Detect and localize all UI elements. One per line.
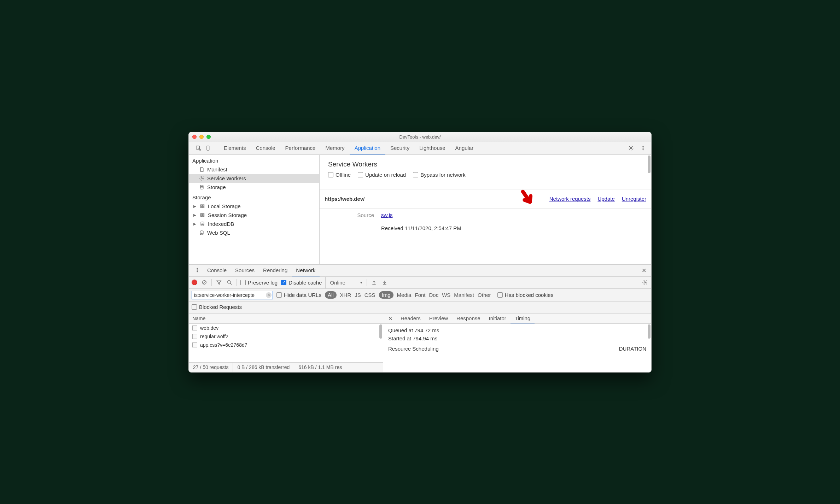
- drawer-tab-rendering[interactable]: Rendering: [259, 265, 292, 276]
- db-icon: [199, 230, 204, 235]
- source-label: Source: [325, 212, 374, 218]
- drawer-close-icon[interactable]: ✕: [640, 267, 648, 274]
- document-icon: [199, 166, 204, 172]
- sidebar-item-service-workers[interactable]: Service Workers: [189, 174, 319, 183]
- svg-point-17: [201, 222, 204, 223]
- scrollbar[interactable]: [648, 156, 651, 173]
- drawer-tab-sources[interactable]: Sources: [231, 265, 259, 276]
- has-blocked-cookies-checkbox[interactable]: Has blocked cookies: [497, 292, 554, 298]
- network-requests-link[interactable]: Network requests: [549, 196, 591, 202]
- detail-tab-initiator[interactable]: Initiator: [485, 314, 511, 323]
- grid-icon: [199, 203, 205, 209]
- sidebar-item-indexeddb[interactable]: ▶IndexedDB: [189, 219, 319, 228]
- svg-rect-11: [200, 206, 202, 207]
- tab-memory[interactable]: Memory: [320, 142, 349, 154]
- drawer-more-icon[interactable]: [192, 267, 203, 274]
- download-har-icon[interactable]: [381, 279, 388, 286]
- blocked-requests-checkbox[interactable]: Blocked Requests: [192, 304, 242, 310]
- type-filter-img[interactable]: Img: [379, 291, 393, 299]
- close-detail-icon[interactable]: ✕: [386, 315, 395, 322]
- svg-point-20: [197, 270, 198, 270]
- devtools-window: DevTools - web.dev/ ElementsConsolePerfo…: [188, 132, 652, 373]
- clear-icon[interactable]: [201, 279, 208, 286]
- offline-checkbox[interactable]: Offline: [328, 172, 351, 178]
- application-sidebar: ApplicationManifestService WorkersStorag…: [189, 155, 320, 264]
- unregister-link[interactable]: Unregister: [622, 196, 646, 202]
- inspect-element-icon[interactable]: [195, 145, 202, 151]
- hide-data-urls-checkbox[interactable]: Hide data URLs: [276, 292, 321, 298]
- type-filter-font[interactable]: Font: [415, 292, 425, 298]
- type-filter-media[interactable]: Media: [397, 292, 412, 298]
- svg-point-24: [228, 281, 231, 283]
- filter-icon[interactable]: [215, 279, 222, 286]
- sidebar-item-label: Web SQL: [207, 230, 230, 236]
- type-filter-all[interactable]: All: [325, 291, 337, 299]
- type-filter-doc[interactable]: Doc: [429, 292, 438, 298]
- device-toolbar-icon[interactable]: [205, 145, 211, 151]
- network-settings-gear-icon[interactable]: [641, 279, 648, 286]
- name-column-header[interactable]: Name: [192, 316, 205, 321]
- origin-row: https://web.dev/ Network requests Update…: [320, 189, 651, 209]
- tree-arrow-icon: ▶: [193, 204, 197, 208]
- timing-queued: Queued at 794.72 ms: [388, 327, 646, 333]
- type-filter-xhr[interactable]: XHR: [340, 292, 351, 298]
- scrollbar[interactable]: [648, 324, 651, 339]
- type-filter-ws[interactable]: WS: [442, 292, 450, 298]
- network-filter-row: ✕ Hide data URLs AllXHRJSCSSImgMediaFont…: [189, 289, 651, 302]
- sidebar-item-session-storage[interactable]: ▶Session Storage: [189, 211, 319, 219]
- request-row[interactable]: app.css?v=6e2768d7: [189, 341, 383, 349]
- detail-tab-preview[interactable]: Preview: [425, 314, 452, 323]
- sidebar-item-label: Storage: [207, 184, 226, 190]
- preserve-log-checkbox[interactable]: Preserve log: [240, 280, 278, 286]
- bypass-for-network-checkbox[interactable]: Bypass for network: [413, 172, 466, 178]
- tab-console[interactable]: Console: [251, 142, 280, 154]
- type-filter-css[interactable]: CSS: [364, 292, 375, 298]
- svg-point-26: [644, 282, 646, 283]
- tab-performance[interactable]: Performance: [280, 142, 321, 154]
- sidebar-section-application: Application: [189, 155, 319, 165]
- scrollbar[interactable]: [379, 324, 382, 339]
- svg-point-8: [200, 185, 203, 186]
- main-tabs: ElementsConsolePerformanceMemoryApplicat…: [219, 142, 478, 154]
- source-file-link[interactable]: sw.js: [381, 212, 393, 218]
- more-menu-icon[interactable]: [640, 145, 646, 151]
- request-row[interactable]: regular.woff2: [189, 332, 383, 341]
- svg-rect-15: [200, 215, 202, 216]
- sidebar-item-storage[interactable]: Storage: [189, 183, 319, 192]
- detail-tab-headers[interactable]: Headers: [396, 314, 425, 323]
- detail-tab-timing[interactable]: Timing: [511, 314, 535, 323]
- bypass-for-network-label: Bypass for network: [420, 172, 466, 178]
- request-row[interactable]: web.dev: [189, 324, 383, 332]
- grid-icon: [199, 212, 205, 218]
- update-link[interactable]: Update: [597, 196, 614, 202]
- sidebar-item-web-sql[interactable]: Web SQL: [189, 228, 319, 237]
- drawer-tab-network[interactable]: Network: [292, 265, 320, 276]
- search-icon[interactable]: [226, 279, 233, 286]
- sidebar-item-manifest[interactable]: Manifest: [189, 165, 319, 174]
- svg-line-25: [230, 283, 232, 285]
- drawer-tab-console[interactable]: Console: [203, 265, 231, 276]
- svg-point-7: [201, 177, 202, 179]
- tab-application[interactable]: Application: [350, 142, 385, 154]
- type-filter-manifest[interactable]: Manifest: [454, 292, 474, 298]
- throttling-select[interactable]: Online ▼: [325, 277, 363, 288]
- origin-text: https://web.dev/: [325, 196, 364, 202]
- tab-security[interactable]: Security: [385, 142, 414, 154]
- detail-tab-response[interactable]: Response: [452, 314, 485, 323]
- filter-clear-icon[interactable]: ✕: [266, 292, 272, 298]
- type-filter-js[interactable]: JS: [355, 292, 361, 298]
- svg-point-6: [643, 150, 643, 150]
- record-button[interactable]: [192, 280, 197, 285]
- disable-cache-checkbox[interactable]: Disable cache: [281, 280, 322, 286]
- update-on-reload-checkbox[interactable]: Update on reload: [358, 172, 406, 178]
- filter-input[interactable]: [192, 291, 273, 299]
- tab-angular[interactable]: Angular: [450, 142, 479, 154]
- svg-point-4: [643, 146, 643, 147]
- upload-har-icon[interactable]: [371, 279, 378, 286]
- tab-elements[interactable]: Elements: [219, 142, 251, 154]
- settings-gear-icon[interactable]: [628, 145, 634, 151]
- tab-lighthouse[interactable]: Lighthouse: [414, 142, 450, 154]
- svg-point-19: [197, 268, 198, 269]
- type-filter-other[interactable]: Other: [478, 292, 491, 298]
- sidebar-item-local-storage[interactable]: ▶Local Storage: [189, 202, 319, 211]
